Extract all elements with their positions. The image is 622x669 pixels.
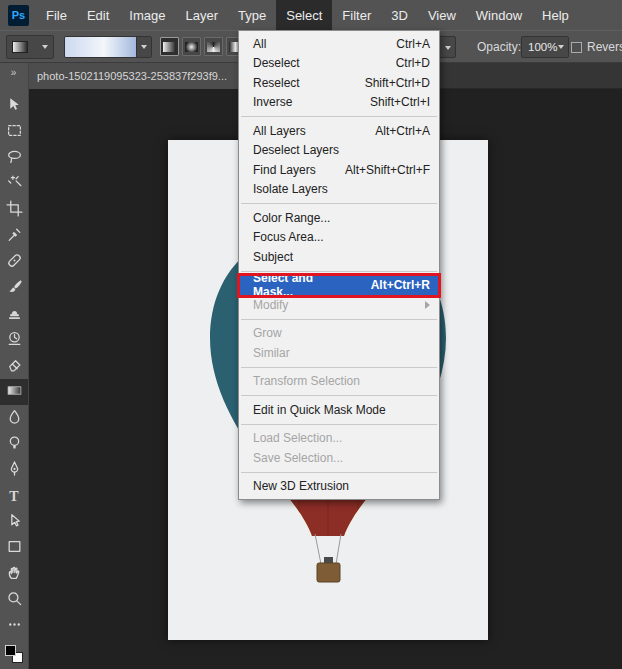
chevron-down-icon (445, 46, 451, 50)
menu-item-label: Inverse (253, 95, 354, 109)
eraser-tool[interactable] (0, 353, 28, 379)
tools-list: T (0, 93, 28, 639)
hand-icon (6, 564, 23, 585)
toolbar: » T (0, 63, 29, 669)
edit-toolbar[interactable] (0, 613, 28, 639)
dodge-tool[interactable] (0, 431, 28, 457)
opacity-value: 100% (528, 41, 557, 53)
type-tool[interactable]: T (0, 483, 28, 509)
menubar-item-label: File (46, 8, 67, 23)
pen-tool[interactable] (0, 457, 28, 483)
gradient-tool[interactable] (0, 379, 28, 405)
angle-gradient-button[interactable] (204, 37, 223, 56)
menubar-item-layer[interactable]: Layer (176, 0, 229, 30)
menu-separator (241, 424, 437, 425)
menu-item-edit-in-quick-mask-mode[interactable]: Edit in Quick Mask Mode (239, 400, 439, 420)
brush-tool[interactable] (0, 275, 28, 301)
menubar-item-label: Type (238, 8, 266, 23)
menu-item-inverse[interactable]: Inverse Shift+Ctrl+I (239, 93, 439, 113)
gradient-editor-button[interactable] (64, 36, 152, 58)
menubar-item-help[interactable]: Help (532, 0, 579, 30)
menubar-item-label: Image (129, 8, 165, 23)
menu-item-deselect-layers[interactable]: Deselect Layers (239, 141, 439, 161)
menu-item-subject[interactable]: Subject (239, 247, 439, 267)
menubar-item-filter[interactable]: Filter (332, 0, 381, 30)
menu-separator (241, 367, 437, 368)
crop-tool[interactable] (0, 197, 28, 223)
document-tab[interactable]: photo-1502119095323-253837f293f9... (29, 63, 241, 89)
color-swatches[interactable] (5, 645, 23, 663)
menu-item-isolate-layers[interactable]: Isolate Layers (239, 180, 439, 200)
menu-item-label: Focus Area... (253, 230, 414, 244)
reverse-checkbox[interactable] (571, 42, 582, 53)
menubar-item-label: Select (286, 8, 322, 23)
menu-item-shortcut: Alt+Ctrl+A (375, 124, 430, 138)
menu-item-all-layers[interactable]: All Layers Alt+Ctrl+A (239, 121, 439, 141)
menu-item-shortcut: Alt+Ctrl+R (371, 278, 430, 292)
menu-item-select-and-mask[interactable]: Select and Mask... Alt+Ctrl+R (239, 276, 439, 296)
rectangle-icon (6, 538, 23, 559)
zoom-tool[interactable] (0, 587, 28, 613)
menu-item-label: Similar (253, 346, 414, 360)
toolbar-expand-icon[interactable]: » (0, 63, 28, 81)
type-icon: T (9, 487, 18, 505)
menu-item-label: Load Selection... (253, 431, 414, 445)
pen-icon (6, 460, 23, 481)
opacity-select[interactable]: 100% (521, 36, 569, 58)
menu-item-color-range[interactable]: Color Range... (239, 208, 439, 228)
menu-item-label: Select and Mask... (253, 271, 355, 299)
menubar-item-view[interactable]: View (418, 0, 466, 30)
zoom-icon (6, 590, 23, 611)
menubar-item-window[interactable]: Window (466, 0, 532, 30)
menu-item-focus-area[interactable]: Focus Area... (239, 228, 439, 248)
menubar-item-label: Filter (342, 8, 371, 23)
spot-healing-brush-tool[interactable] (0, 249, 28, 275)
opacity-label: Opacity: (477, 40, 521, 54)
menu-item-load-selection: Load Selection... (239, 429, 439, 449)
blur-tool[interactable] (0, 405, 28, 431)
menubar-item-file[interactable]: File (36, 0, 77, 30)
menu-item-deselect[interactable]: Deselect Ctrl+D (239, 54, 439, 74)
select-menu-dropdown: All Ctrl+A Deselect Ctrl+D Reselect Shif… (238, 30, 440, 500)
tool-preset-picker[interactable] (6, 35, 54, 59)
menubar-item-edit[interactable]: Edit (77, 0, 119, 30)
eyedropper-tool[interactable] (0, 223, 28, 249)
menu-item-all[interactable]: All Ctrl+A (239, 34, 439, 54)
menu-item-reselect[interactable]: Reselect Shift+Ctrl+D (239, 73, 439, 93)
menubar-item-type[interactable]: Type (228, 0, 276, 30)
path-selection-tool[interactable] (0, 509, 28, 535)
move-tool[interactable] (0, 93, 28, 119)
menu-item-shortcut: Alt+Shift+Ctrl+F (345, 163, 430, 177)
menu-item-label: Transform Selection (253, 374, 414, 388)
linear-gradient-button[interactable] (160, 37, 179, 56)
rectangle-tool[interactable] (0, 535, 28, 561)
radial-gradient-button[interactable] (182, 37, 201, 56)
foreground-color-swatch[interactable] (5, 645, 16, 656)
menubar-item-label: Layer (186, 8, 219, 23)
quick-selection-tool[interactable] (0, 171, 28, 197)
brush-icon (6, 278, 23, 299)
menu-item-label: Save Selection... (253, 451, 414, 465)
lasso-icon (6, 148, 23, 169)
menu-item-grow: Grow (239, 324, 439, 344)
gradient-picker-dropdown[interactable] (136, 37, 151, 57)
dodge-icon (6, 434, 23, 455)
menu-item-find-layers[interactable]: Find Layers Alt+Shift+Ctrl+F (239, 160, 439, 180)
menubar-item-3d[interactable]: 3D (381, 0, 418, 30)
crop-icon (6, 200, 23, 221)
menu-item-label: New 3D Extrusion (253, 479, 414, 493)
lasso-tool[interactable] (0, 145, 28, 171)
menu-separator (241, 116, 437, 117)
menu-item-label: Grow (253, 326, 414, 340)
menu-item-label: Modify (253, 298, 401, 312)
rectangular-marquee-tool[interactable] (0, 119, 28, 145)
clone-stamp-tool[interactable] (0, 301, 28, 327)
history-brush-tool[interactable] (0, 327, 28, 353)
menu-item-label: Deselect (253, 56, 380, 70)
move-icon (6, 96, 23, 117)
hand-tool[interactable] (0, 561, 28, 587)
menu-item-label: Deselect Layers (253, 143, 414, 157)
menubar-item-image[interactable]: Image (119, 0, 175, 30)
menu-item-new-3d-extrusion[interactable]: New 3D Extrusion (239, 477, 439, 497)
menubar-item-select[interactable]: Select (276, 0, 332, 30)
